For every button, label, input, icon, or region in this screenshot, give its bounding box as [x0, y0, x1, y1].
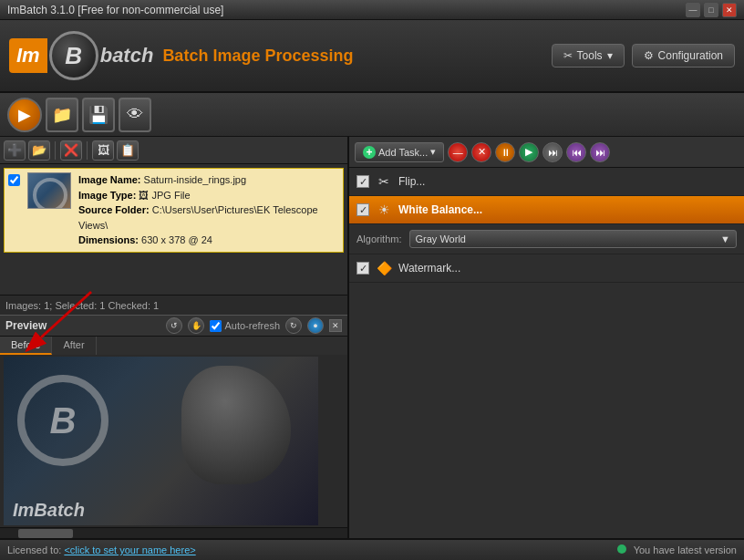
- plus-icon: +: [363, 146, 376, 159]
- wb-label: White Balance...: [398, 203, 482, 216]
- maximize-button[interactable]: □: [704, 3, 718, 17]
- close-button[interactable]: ✕: [722, 3, 737, 17]
- preview-controls: ↺ ✋ Auto-refresh ↻ ● ✕: [166, 317, 342, 334]
- task-item-watermark[interactable]: 🔶 Watermark...: [349, 254, 744, 283]
- flip-label: Flip...: [398, 175, 425, 188]
- rewind-button[interactable]: ⏮: [566, 142, 586, 162]
- add-task-button[interactable]: + Add Task... ▾: [355, 142, 444, 162]
- name-label: Image Name:: [78, 174, 140, 185]
- pause-task-button[interactable]: ⏸: [495, 142, 515, 162]
- item-type: Image Type: 🖼 JPG File: [78, 188, 339, 203]
- wm-icon: 🔶: [375, 259, 393, 277]
- bottom-status-bar: Licensed to: <click to set your name her…: [0, 538, 744, 560]
- window-controls: — □ ✕: [686, 3, 737, 17]
- header: Im B batch Batch Image Processing ✂ Tool…: [0, 20, 744, 93]
- remove-button[interactable]: ❌: [60, 140, 82, 161]
- fast-fwd-button[interactable]: ⏭: [590, 142, 610, 162]
- item-dimensions: Dimensions: 630 x 378 @ 24: [78, 233, 339, 248]
- title-bar: ImBatch 3.1.0 [Free for non-commercial u…: [0, 0, 744, 20]
- wb-checkbox[interactable]: [356, 203, 369, 216]
- wm-checkbox[interactable]: [356, 262, 369, 275]
- algorithm-dropdown-icon: ▼: [720, 233, 730, 244]
- save-button[interactable]: 💾: [82, 98, 115, 132]
- preview-title: Preview: [5, 319, 46, 332]
- open-folder-button[interactable]: 📁: [46, 98, 78, 132]
- status-bar-left: Images: 1; Selected: 1 Checked: 1: [0, 295, 347, 315]
- tab-after[interactable]: After: [52, 337, 96, 355]
- remove-task-button[interactable]: —: [448, 142, 468, 162]
- header-actions: ✂ Tools ▾ ⚙ Configuration: [552, 44, 735, 67]
- title-text: ImBatch 3.1.0 [Free for non-commercial u…: [7, 4, 223, 16]
- task-toolbar: + Add Task... ▾ — ✕ ⏸ ▶ ⏭ ⏮ ⏭: [349, 137, 744, 168]
- preview-rotate-button[interactable]: ↺: [166, 317, 182, 334]
- wb-icon: ☀: [375, 201, 393, 219]
- preview-rock: [181, 366, 291, 484]
- add-folder-button[interactable]: 📂: [28, 140, 50, 161]
- logo-batch: batch: [100, 44, 154, 67]
- list-item[interactable]: Image Name: Saturn-inside_rings.jpg Imag…: [4, 168, 344, 253]
- type-icon: 🖼: [139, 190, 151, 201]
- go-button[interactable]: ▶: [7, 98, 42, 132]
- license-name-link[interactable]: <click to set your name here>: [64, 544, 195, 555]
- algorithm-select[interactable]: Gray World ▼: [409, 230, 737, 248]
- status-dot-icon: [617, 544, 626, 554]
- version-info: You have latest version: [617, 544, 737, 555]
- auto-refresh-text: Auto-refresh: [224, 320, 280, 331]
- item-source: Source Folder: C:\Users\User\Pictures\EK…: [78, 202, 339, 233]
- name-value: Saturn-inside_rings.jpg: [144, 174, 247, 185]
- flip-checkbox[interactable]: [356, 175, 369, 188]
- tools-dropdown-icon: ▾: [607, 49, 613, 62]
- logo-b-circle: B: [49, 31, 98, 80]
- image-count-text: Images: 1; Selected: 1 Checked: 1: [5, 300, 159, 311]
- config-button[interactable]: ⚙ Configuration: [632, 44, 735, 67]
- preview-hand-button[interactable]: ✋: [188, 317, 204, 334]
- minimize-button[interactable]: —: [686, 3, 700, 17]
- preview-image: B ImBatch: [4, 357, 318, 525]
- preview-scrollbar[interactable]: [0, 527, 347, 538]
- image-button[interactable]: 🖼: [92, 140, 114, 161]
- auto-refresh-checkbox[interactable]: [210, 320, 222, 332]
- skip-fwd-button[interactable]: ⏭: [542, 142, 563, 162]
- dim-value: 630 x 378 @ 24: [141, 234, 212, 245]
- logo: Im B batch Batch Image Processing: [9, 31, 353, 80]
- stop-task-button[interactable]: ✕: [471, 142, 491, 162]
- toolbar-separator-2: [87, 141, 88, 160]
- tools-icon: ✂: [563, 49, 573, 62]
- algorithm-label: Algorithm:: [356, 233, 402, 244]
- tools-button[interactable]: ✂ Tools ▾: [552, 44, 625, 67]
- preview-header: Preview ↺ ✋ Auto-refresh ↻ ● ✕: [0, 316, 347, 337]
- preview-close-button[interactable]: ✕: [329, 319, 342, 332]
- license-info: Licensed to: <click to set your name her…: [7, 544, 196, 555]
- clipboard-button[interactable]: 📋: [117, 140, 139, 161]
- main-content: ➕ 📂 ❌ 🖼 📋 Image Name: Saturn-inside_ring…: [0, 137, 744, 538]
- preview-refresh-button[interactable]: ↻: [285, 317, 302, 334]
- licensed-label: Licensed to:: [7, 544, 61, 555]
- item-thumbnail: [27, 172, 71, 209]
- play-task-button[interactable]: ▶: [519, 142, 539, 162]
- source-label: Source Folder:: [78, 204, 150, 215]
- main-toolbar: ▶ 📁 💾 👁: [0, 93, 744, 137]
- preview-blue-button[interactable]: ●: [307, 317, 324, 334]
- preview-logo-circle: B: [17, 375, 108, 466]
- task-item-flip[interactable]: ✂ Flip...: [349, 168, 744, 196]
- item-info: Image Name: Saturn-inside_rings.jpg Imag…: [78, 172, 339, 248]
- preview-tabs: Before After: [0, 337, 347, 355]
- add-task-label: Add Task...: [378, 147, 428, 158]
- algorithm-row: Algorithm: Gray World ▼: [349, 224, 744, 254]
- type-value: JPG File: [152, 190, 191, 201]
- algorithm-value: Gray World: [416, 233, 466, 244]
- preview-text-overlay: ImBatch: [13, 500, 85, 521]
- add-file-button[interactable]: ➕: [4, 140, 26, 161]
- eye-button[interactable]: 👁: [119, 98, 151, 132]
- right-panel: + Add Task... ▾ — ✕ ⏸ ▶ ⏭ ⏮ ⏭ ✂ Flip... …: [349, 137, 744, 538]
- item-name: Image Name: Saturn-inside_rings.jpg: [78, 172, 339, 188]
- flip-icon: ✂: [375, 172, 393, 191]
- preview-area: Preview ↺ ✋ Auto-refresh ↻ ● ✕ Before Af…: [0, 315, 347, 538]
- dim-label: Dimensions:: [78, 234, 139, 245]
- scrollbar-thumb[interactable]: [18, 529, 73, 538]
- logo-im: Im: [9, 38, 47, 73]
- preview-logo-b: B: [50, 400, 77, 441]
- task-item-white-balance[interactable]: ☀ White Balance...: [349, 196, 744, 224]
- tab-before[interactable]: Before: [0, 337, 52, 355]
- item-checkbox[interactable]: [8, 174, 20, 186]
